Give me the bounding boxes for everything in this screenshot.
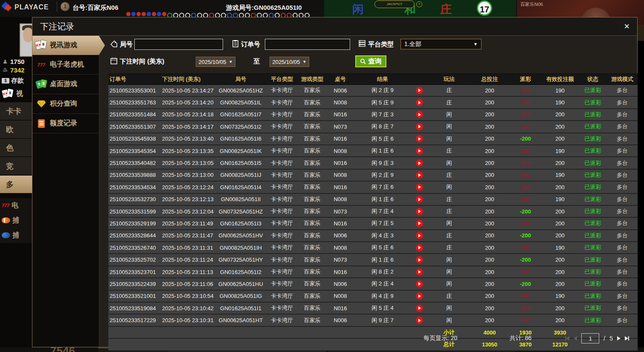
replay-button[interactable]: [416, 268, 423, 276]
bet-records-table: 订单号下注时间 (美东)局号平台类型游戏类型桌号结果玩法总投注派彩有效投注额状态…: [108, 73, 638, 351]
round-number: GN00825A051IH: [216, 245, 265, 251]
page-number-input[interactable]: [581, 333, 599, 343]
play-icon: [418, 125, 421, 128]
table-number: N016: [326, 160, 355, 166]
table-games-icon: $$: [36, 79, 47, 90]
bet-type: 闲: [428, 123, 470, 130]
prev-page-button[interactable]: [574, 336, 577, 340]
date-to-select[interactable]: 2025/10/05 ▼: [270, 57, 309, 67]
tab-credit-records[interactable]: 额度记录: [32, 114, 99, 133]
casino-app: { "bg": { "brand": "PLAYACE", "coin_badg…: [0, 0, 644, 352]
lobby-nav-item-active[interactable]: 多: [0, 176, 32, 194]
round-number: GN01625A051I2: [216, 269, 265, 275]
bet-type: 闲: [428, 280, 470, 288]
table-number: N016: [326, 269, 355, 275]
bet-type: 闲: [428, 135, 470, 143]
bet-type: 闲: [428, 159, 470, 167]
total-bet: 200: [470, 136, 509, 142]
jackpot-help-icon[interactable]: ?: [416, 1, 422, 7]
replay-button[interactable]: [416, 99, 423, 106]
replay-button[interactable]: [416, 317, 423, 324]
table-row: 2510052335291992025-10-05 23:11:49GN0162…: [108, 218, 638, 230]
order-input[interactable]: [265, 39, 350, 50]
replay-button[interactable]: [416, 220, 423, 227]
round-input[interactable]: [134, 39, 223, 50]
tab-points-query[interactable]: 积分查询: [32, 94, 99, 114]
replay-button[interactable]: [416, 87, 423, 94]
replay-button[interactable]: [416, 123, 423, 130]
platform-select[interactable]: 1.全部 ▼: [400, 39, 482, 49]
payout-value: -200: [509, 136, 542, 142]
game-mode: 多台: [607, 135, 637, 143]
replay-button[interactable]: [416, 256, 423, 263]
replay-button[interactable]: [416, 208, 423, 215]
valid-bet: 200: [542, 317, 578, 323]
video-games-section[interactable]: K♥9 视: [3, 89, 23, 99]
slot-777-icon: 777: [36, 59, 47, 70]
play-icon: [418, 101, 421, 104]
replay-button[interactable]: [416, 111, 423, 118]
close-icon[interactable]: ×: [624, 22, 629, 31]
table-number: N008: [326, 293, 355, 299]
replay-button[interactable]: [416, 244, 423, 251]
fishing-nav-item[interactable]: 捕: [0, 213, 32, 228]
lobby-nav-item[interactable]: 欧: [0, 121, 32, 139]
bet-player-button[interactable]: 闲: [352, 2, 364, 17]
chevron-down-icon: ▼: [303, 60, 307, 64]
replay-button[interactable]: [416, 305, 423, 312]
lobby-nav-item[interactable]: 竞: [0, 157, 32, 176]
replay-button[interactable]: [416, 196, 423, 203]
tab-table-games[interactable]: $$ 桌面游戏: [32, 75, 99, 94]
cards-icon: K♥9: [3, 89, 14, 99]
next-page-button[interactable]: [617, 336, 621, 340]
valid-bet: 200: [542, 305, 578, 312]
game-type: 百家乐: [299, 135, 326, 143]
search-button[interactable]: 查询: [355, 55, 386, 67]
replay-button[interactable]: [416, 232, 423, 239]
replay-button[interactable]: [416, 135, 423, 142]
column-header: 下注时间 (美东): [160, 75, 216, 83]
replay-button[interactable]: [416, 159, 423, 167]
slots-nav-item[interactable]: 777 电: [0, 198, 32, 213]
valid-bet: 190: [542, 172, 578, 178]
play-icon: [418, 173, 421, 177]
date-from-select[interactable]: 2025/10/05 ▼: [196, 57, 235, 67]
calendar-icon: [110, 57, 118, 65]
deposit-button[interactable]: $ 存款: [2, 77, 24, 85]
valid-bet: 200: [542, 208, 578, 215]
replay-button[interactable]: [416, 280, 423, 288]
game-mode: 多台: [607, 219, 637, 227]
replay-button[interactable]: [416, 184, 423, 191]
divider: [57, 2, 57, 12]
payout-value: 190: [509, 148, 542, 154]
column-header: 桌号: [326, 75, 355, 83]
result-value: 闲 2 庄 4: [355, 280, 410, 288]
replay-button[interactable]: [416, 292, 423, 300]
play-icon: [418, 246, 421, 249]
tab-video-games[interactable]: K♥9 视讯游戏: [32, 36, 108, 55]
replay-button[interactable]: [416, 147, 423, 155]
last-page-button[interactable]: [625, 336, 629, 340]
order-number: 251005233545938: [108, 136, 160, 142]
fishing2-nav-item[interactable]: 捕: [0, 228, 32, 243]
table-number: N008: [326, 245, 355, 251]
play-icon: [418, 185, 421, 189]
valid-bet: 200: [542, 281, 578, 287]
lobby-nav-item[interactable]: 卡卡: [0, 102, 32, 121]
status-badge: 已派彩: [578, 304, 607, 312]
replay-button[interactable]: [416, 171, 423, 179]
total-bet: 200: [470, 232, 509, 239]
round-number: GN00825A051IG: [216, 293, 265, 299]
game-type: 百家乐: [299, 111, 326, 118]
payout-value: -200: [509, 257, 542, 263]
status-badge: 已派彩: [578, 292, 607, 300]
game-type: 百家乐: [299, 196, 326, 203]
lobby-nav-item[interactable]: 色: [0, 139, 32, 157]
platform-type: 卡卡湾厅: [265, 196, 299, 203]
game-mode: 多台: [607, 244, 637, 251]
first-page-button[interactable]: [565, 336, 569, 340]
game-type: 百家乐: [299, 183, 326, 191]
tab-slots[interactable]: 777 电子老虎机: [32, 55, 99, 75]
table-number: N006: [326, 281, 355, 287]
bet-banker-button[interactable]: 庄: [440, 2, 452, 17]
